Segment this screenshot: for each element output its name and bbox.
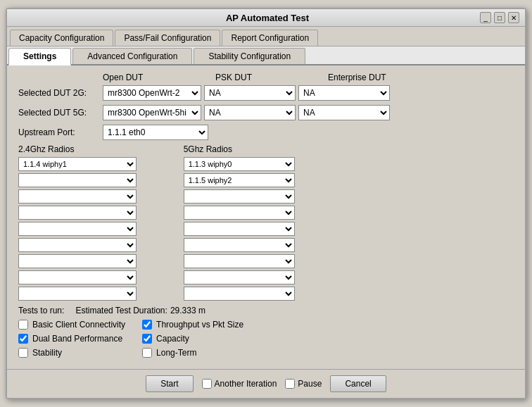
radio-2g-select-7[interactable] <box>18 270 137 284</box>
subtab-advanced-configuration[interactable]: Advanced Configuration <box>72 48 192 64</box>
radio-2g-select-2[interactable] <box>18 189 137 204</box>
radio-2g-row-8 <box>18 287 184 301</box>
radio-5g-row-8 <box>184 287 349 301</box>
dut-2g-psk-group: NA <box>204 85 296 101</box>
test-capacity-checkbox[interactable] <box>142 334 152 344</box>
test-throughput-checkbox[interactable] <box>142 320 152 330</box>
pause-label: Pause <box>298 379 322 389</box>
dut-5g-label: Selected DUT 5G: <box>18 108 103 118</box>
subtab-settings[interactable]: Settings <box>8 48 71 65</box>
radio-2g-select-4[interactable] <box>18 222 137 236</box>
test-dual-band-performance: Dual Band Performance <box>18 334 125 344</box>
dut-5g-open-group: mr8300 OpenWrt-5hi <box>103 105 201 120</box>
test-stability-checkbox[interactable] <box>18 348 28 358</box>
tests-header-row: Tests to run: Estimated Test Duration: 2… <box>18 306 514 315</box>
content-area: Open DUT PSK DUT Enterprise DUT Selected… <box>7 65 525 369</box>
dut-2g-open-group: mr8300 OpenWrt-2 <box>103 85 201 101</box>
dut-headers: Open DUT PSK DUT Enterprise DUT <box>18 73 514 82</box>
pause-check: Pause <box>285 379 322 389</box>
tests-right-col: Throughput vs Pkt Size Capacity Long-Ter… <box>142 320 243 362</box>
radio-5g-row-4 <box>184 222 349 236</box>
radio-2g-select-8[interactable] <box>18 287 137 301</box>
test-long-term-label: Long-Term <box>156 348 196 358</box>
radio-5g-select-1[interactable]: 1.1.5 wiphy2 <box>184 173 295 187</box>
test-long-term-checkbox[interactable] <box>142 348 152 358</box>
radio-5g-select-8[interactable] <box>184 287 295 301</box>
test-throughput-vs-pkt-size: Throughput vs Pkt Size <box>142 320 243 330</box>
radio-2g-row-6 <box>18 254 184 268</box>
tests-area: Tests to run: Estimated Test Duration: 2… <box>18 306 514 362</box>
radio-5g-select-0[interactable]: 1.1.3 wiphy0 <box>184 157 295 171</box>
upstream-port-select[interactable]: 1.1.1 eth0 <box>103 125 208 140</box>
test-basic-client-connectivity-checkbox[interactable] <box>18 320 28 330</box>
tab-capacity-configuration[interactable]: Capacity Configuration <box>10 30 113 46</box>
dut-2g-label: Selected DUT 2G: <box>18 88 103 98</box>
radio-2g-row-4 <box>18 222 184 236</box>
dut-2g-row: Selected DUT 2G: mr8300 OpenWrt-2 NA NA <box>18 85 514 101</box>
window-controls: _ □ ✕ <box>480 12 519 23</box>
radio-5g-row-7 <box>184 270 349 284</box>
tests-left-col: Basic Client Connectivity Dual Band Perf… <box>18 320 125 362</box>
upstream-port-label: Upstream Port: <box>18 127 103 137</box>
window-title: AP Automated Test <box>55 13 480 23</box>
title-bar: AP Automated Test _ □ ✕ <box>7 9 525 27</box>
test-stability: Stability <box>18 348 125 358</box>
dut-2g-enterprise-group: NA <box>298 85 390 101</box>
radio-2g-row-5 <box>18 238 184 252</box>
sub-tabs: Settings Advanced Configuration Stabilit… <box>7 46 525 65</box>
tests-cols: Basic Client Connectivity Dual Band Perf… <box>18 320 514 362</box>
tab-pass-fail-configuration[interactable]: Pass/Fail Configuration <box>115 30 220 46</box>
another-iteration-checkbox[interactable] <box>202 379 212 389</box>
test-capacity-label: Capacity <box>156 334 189 344</box>
psk-dut-header: PSK DUT <box>215 73 328 82</box>
top-tabs: Capacity Configuration Pass/Fail Configu… <box>7 27 525 46</box>
dut-5g-row: Selected DUT 5G: mr8300 OpenWrt-5hi NA N… <box>18 105 514 120</box>
maximize-button[interactable]: □ <box>494 12 505 23</box>
another-iteration-check: Another Iteration <box>202 379 277 389</box>
radio-2g-row-0: 1.1.4 wiphy1 <box>18 157 184 171</box>
radio-5g-row-1: 1.1.5 wiphy2 <box>184 173 349 187</box>
dut-5g-enterprise-group: NA <box>298 105 390 120</box>
radio-5g-select-2[interactable] <box>184 189 295 204</box>
radio-2g-select-3[interactable] <box>18 206 137 220</box>
start-button[interactable]: Start <box>146 375 193 392</box>
subtab-stability-configuration[interactable]: Stability Configuration <box>194 48 305 64</box>
tests-to-run-label: Tests to run: <box>18 306 64 315</box>
footer: Start Another Iteration Pause Cancel <box>7 369 525 398</box>
cancel-button[interactable]: Cancel <box>330 375 386 392</box>
radios-2ghz-header: 2.4Ghz Radios <box>18 144 184 154</box>
radio-5g-select-7[interactable] <box>184 270 295 284</box>
dut-2g-open-select[interactable]: mr8300 OpenWrt-2 <box>103 85 201 101</box>
dut-5g-psk-select[interactable]: NA <box>204 105 296 120</box>
minimize-button[interactable]: _ <box>480 12 491 23</box>
estimated-label: Estimated Test Duration: <box>75 306 167 315</box>
enterprise-dut-header: Enterprise DUT <box>328 73 441 82</box>
test-dual-band-performance-checkbox[interactable] <box>18 334 28 344</box>
radio-5g-row-5 <box>184 238 349 252</box>
close-button[interactable]: ✕ <box>508 12 519 23</box>
radio-2g-select-5[interactable] <box>18 238 137 252</box>
radio-2g-row-3 <box>18 206 184 220</box>
radio-2g-select-1[interactable] <box>18 173 137 187</box>
test-throughput-label: Throughput vs Pkt Size <box>156 320 243 330</box>
test-stability-label: Stability <box>32 348 62 358</box>
radio-5g-select-5[interactable] <box>184 238 295 252</box>
pause-checkbox[interactable] <box>285 379 295 389</box>
radio-2g-select-0[interactable]: 1.1.4 wiphy1 <box>18 157 137 171</box>
radio-2g-row-1 <box>18 173 184 187</box>
dut-5g-enterprise-select[interactable]: NA <box>298 105 390 120</box>
radio-5g-row-0: 1.1.3 wiphy0 <box>184 157 349 171</box>
tab-report-configuration[interactable]: Report Configuration <box>222 30 318 46</box>
dut-2g-psk-select[interactable]: NA <box>204 85 296 101</box>
radio-2g-select-6[interactable] <box>18 254 137 268</box>
radio-5g-select-6[interactable] <box>184 254 295 268</box>
radios-section: 2.4Ghz Radios 1.1.4 wiphy1 <box>18 144 514 303</box>
dut-5g-open-select[interactable]: mr8300 OpenWrt-5hi <box>103 105 201 120</box>
radios-2ghz-col: 2.4Ghz Radios 1.1.4 wiphy1 <box>18 144 184 303</box>
radio-5g-select-3[interactable] <box>184 206 295 220</box>
dut-2g-enterprise-select[interactable]: NA <box>298 85 390 101</box>
radio-2g-row-7 <box>18 270 184 284</box>
estimated-value: 29.333 m <box>170 306 205 315</box>
radio-5g-select-4[interactable] <box>184 222 295 236</box>
right-spacer <box>348 144 514 303</box>
